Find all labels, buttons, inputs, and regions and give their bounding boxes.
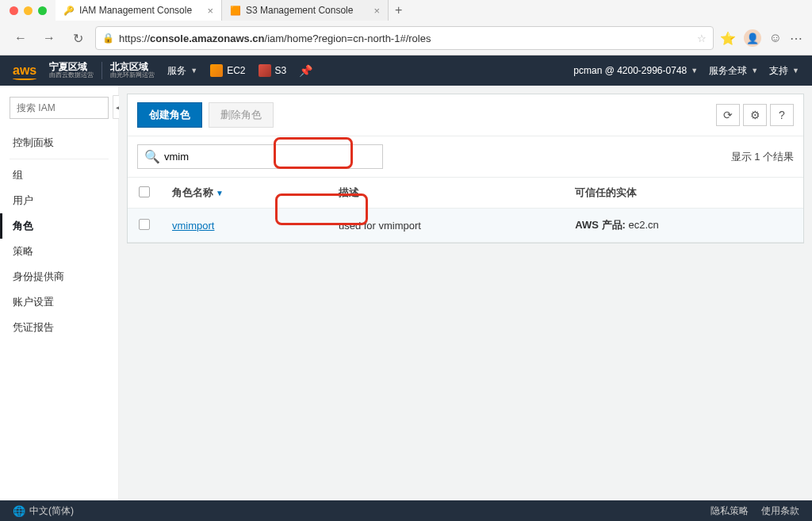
lock-icon: 🔒 [102, 33, 114, 44]
forward-button[interactable]: → [38, 27, 60, 49]
col-name[interactable]: 角色名称▼ [161, 178, 327, 209]
browser-tabs: 🔑 IAM Management Console × 🟧 S3 Manageme… [56, 0, 408, 21]
aws-header: aws 宁夏区域 由西云数据运营 北京区域 由光环新网运营 服务 ▼ EC2 S… [0, 56, 812, 86]
search-icon: 🔍 [144, 149, 160, 164]
chevron-down-icon: ▼ [190, 67, 197, 75]
ec2-icon [210, 64, 223, 77]
role-trusted-cell: AWS 产品: ec2.cn [564, 209, 803, 243]
aws-logo-text: aws [13, 63, 36, 78]
help-icon[interactable]: ? [770, 104, 794, 126]
sidebar-item-roles[interactable]: 角色 [0, 213, 118, 239]
chevron-down-icon: ▼ [792, 67, 799, 75]
search-iam-box[interactable] [10, 97, 109, 119]
support-menu[interactable]: 支持 ▼ [769, 64, 799, 78]
url-bar[interactable]: 🔒 https://console.amazonaws.cn/iam/home?… [95, 26, 714, 50]
search-input[interactable] [164, 151, 376, 163]
bookmark-icon[interactable]: ⭐ [720, 31, 736, 46]
s3-icon [259, 64, 271, 77]
role-desc-cell: used for vmimport [327, 209, 564, 243]
sidebar: 控制面板 组 用户 角色 策略 身份提供商 账户设置 凭证报告 [0, 86, 119, 500]
language-selector[interactable]: 🌐 中文(简体) [13, 504, 74, 518]
search-iam-input[interactable] [17, 102, 102, 113]
content: 创建角色 删除角色 ⟳ ⚙ ? 🔍 显示 1 个结果 [119, 86, 812, 500]
footer: 🌐 中文(简体) 隐私策略 使用条款 [0, 500, 812, 521]
terms-link[interactable]: 使用条款 [761, 504, 799, 518]
tab-close-icon[interactable]: × [207, 5, 213, 17]
sidebar-item-users[interactable]: 用户 [0, 188, 118, 213]
browser-nav: ← → ↻ 🔒 https://console.amazonaws.cn/iam… [0, 21, 812, 56]
global-label: 服务全球 [709, 64, 747, 78]
toolbar: 创建角色 删除角色 ⟳ ⚙ ? [128, 94, 803, 136]
account-label: pcman @ 4200-2996-0748 [573, 65, 687, 76]
region-divider [102, 62, 102, 79]
sidebar-item-idp[interactable]: 身份提供商 [0, 264, 118, 289]
tab-close-icon[interactable]: × [373, 5, 380, 17]
s3-label: S3 [275, 65, 287, 76]
search-box[interactable]: 🔍 [137, 144, 383, 169]
role-name-cell: vmimport [161, 209, 327, 243]
roles-table: 角色名称▼ 描述 可信任的实体 vmimport used for vmimpo… [128, 177, 803, 243]
role-link[interactable]: vmimport [172, 220, 214, 232]
region-beijing[interactable]: 北京区域 由光环新网运营 [110, 62, 155, 79]
sidebar-separator [10, 159, 109, 159]
tab-title: IAM Management Console [79, 5, 192, 16]
aws-logo[interactable]: aws [13, 63, 36, 78]
browser-chrome: 🔑 IAM Management Console × 🟧 S3 Manageme… [0, 0, 812, 56]
create-role-button[interactable]: 创建角色 [137, 102, 202, 128]
sort-arrow-icon: ▼ [216, 189, 224, 197]
services-label: 服务 [167, 64, 186, 78]
emoji-icon[interactable]: ☺ [769, 31, 782, 45]
account-menu[interactable]: pcman @ 4200-2996-0748 ▼ [573, 65, 698, 76]
result-count: 显示 1 个结果 [731, 150, 794, 164]
region-subtitle: 由西云数据运营 [49, 72, 94, 79]
refresh-icon[interactable]: ⟳ [716, 104, 740, 126]
region-ningxia[interactable]: 宁夏区域 由西云数据运营 [49, 62, 94, 79]
search-row: 🔍 显示 1 个结果 [128, 136, 803, 177]
chevron-down-icon: ▼ [691, 67, 698, 75]
service-ec2[interactable]: EC2 [210, 64, 245, 77]
window-close[interactable] [10, 6, 18, 15]
sidebar-item-account[interactable]: 账户设置 [0, 289, 118, 315]
browser-tab-s3[interactable]: 🟧 S3 Management Console × [222, 0, 389, 21]
col-desc[interactable]: 描述 [327, 178, 564, 209]
pin-icon[interactable]: 📌 [299, 64, 312, 77]
star-icon[interactable]: ☆ [697, 33, 707, 44]
tab-title: S3 Management Console [246, 5, 353, 16]
tab-favicon-icon: 🟧 [230, 5, 241, 16]
language-label: 中文(简体) [29, 504, 74, 518]
browser-tab-iam[interactable]: 🔑 IAM Management Console × [56, 0, 222, 21]
browser-actions: ⭐ 👤 ☺ ⋯ [720, 29, 802, 47]
table-row[interactable]: vmimport used for vmimport AWS 产品: ec2.c… [128, 209, 803, 243]
refresh-button[interactable]: ↻ [67, 27, 89, 49]
services-menu[interactable]: 服务 ▼ [167, 64, 197, 78]
window-minimize[interactable] [24, 6, 33, 15]
service-s3[interactable]: S3 [259, 64, 287, 77]
window-maximize[interactable] [38, 6, 47, 15]
sidebar-item-groups[interactable]: 组 [0, 163, 118, 188]
col-trusted[interactable]: 可信任的实体 [564, 178, 803, 209]
back-button[interactable]: ← [10, 27, 32, 49]
url-text: https://console.amazonaws.cn/iam/home?re… [119, 33, 697, 44]
global-menu[interactable]: 服务全球 ▼ [709, 64, 758, 78]
settings-icon[interactable]: ⚙ [743, 104, 767, 126]
sidebar-item-policies[interactable]: 策略 [0, 239, 118, 264]
support-label: 支持 [769, 64, 788, 78]
header-right: pcman @ 4200-2996-0748 ▼ 服务全球 ▼ 支持 ▼ [573, 64, 799, 78]
globe-icon: 🌐 [13, 505, 25, 517]
region-subtitle: 由光环新网运营 [110, 72, 155, 79]
ec2-label: EC2 [227, 65, 245, 76]
privacy-link[interactable]: 隐私策略 [710, 504, 749, 518]
sidebar-item-dashboard[interactable]: 控制面板 [0, 130, 118, 155]
profile-avatar[interactable]: 👤 [744, 29, 761, 47]
select-all-header[interactable] [128, 178, 161, 209]
tab-favicon-icon: 🔑 [63, 5, 75, 16]
delete-role-button[interactable]: 删除角色 [209, 102, 274, 128]
main-area: 控制面板 组 用户 角色 策略 身份提供商 账户设置 凭证报告 ◀ 创建角色 删… [0, 86, 812, 500]
more-icon[interactable]: ⋯ [790, 31, 802, 46]
new-tab-button[interactable]: + [389, 3, 408, 17]
roles-panel: 创建角色 删除角色 ⟳ ⚙ ? 🔍 显示 1 个结果 [127, 94, 804, 243]
chevron-down-icon: ▼ [751, 67, 758, 75]
row-checkbox[interactable] [128, 209, 161, 243]
sidebar-item-credentials[interactable]: 凭证报告 [0, 315, 118, 340]
region-block: 宁夏区域 由西云数据运营 北京区域 由光环新网运营 [49, 62, 155, 79]
